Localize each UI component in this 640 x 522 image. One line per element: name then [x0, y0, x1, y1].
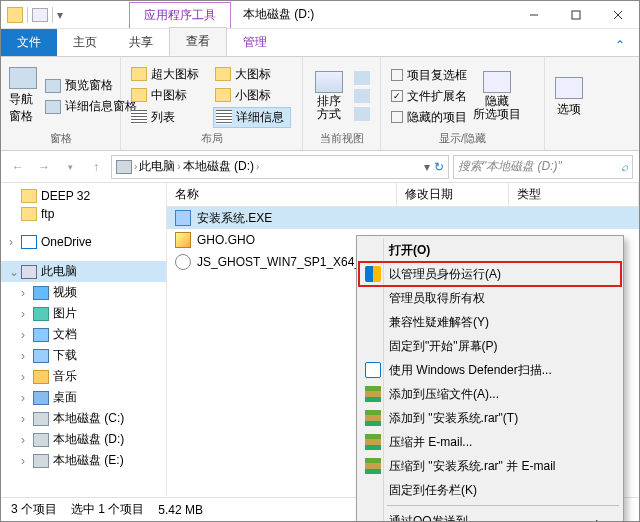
ctx-add-archive[interactable]: 添加到压缩文件(A)...: [359, 382, 621, 406]
qat-dropdown-icon[interactable]: ▾: [57, 8, 63, 22]
ctx-defender[interactable]: 使用 Windows Defender扫描...: [359, 358, 621, 382]
titlebar: ▾ 应用程序工具 本地磁盘 (D:): [1, 1, 639, 29]
close-button[interactable]: [597, 1, 639, 29]
folder-icon: [7, 7, 23, 23]
tree-videos[interactable]: ›视频: [1, 282, 166, 303]
ctx-qq-send[interactable]: 通过QQ发送到▸: [359, 509, 621, 522]
ctx-add-rar[interactable]: 添加到 "安装系统.rar"(T): [359, 406, 621, 430]
hide-selected-button[interactable]: 隐藏 所选项目: [475, 61, 519, 131]
rar-icon: [365, 410, 381, 426]
ctx-email[interactable]: 压缩并 E-mail...: [359, 430, 621, 454]
search-icon[interactable]: ⌕: [621, 160, 628, 174]
col-name[interactable]: 名称: [167, 183, 397, 206]
xl-icons-button[interactable]: 超大图标: [129, 65, 211, 84]
sort-button[interactable]: 排序方式: [311, 61, 346, 131]
up-button[interactable]: ↑: [85, 156, 107, 178]
recent-dropdown[interactable]: ▾: [59, 156, 81, 178]
collapse-ribbon-icon[interactable]: ⌃: [611, 34, 629, 56]
search-input[interactable]: 搜索"本地磁盘 (D:)" ⌕: [453, 155, 633, 179]
status-selected: 选中 1 个项目: [71, 501, 144, 518]
file-tab[interactable]: 文件: [1, 29, 57, 56]
dropdown-icon[interactable]: ▾: [424, 160, 430, 174]
panes-group: 导航窗格 预览窗格 详细信息窗格 窗格: [1, 57, 121, 150]
separator: [52, 7, 53, 23]
tree-music[interactable]: ›音乐: [1, 366, 166, 387]
options-button[interactable]: 选项: [553, 61, 585, 134]
size-columns-icon[interactable]: [352, 106, 372, 122]
nav-pane-button[interactable]: 导航窗格: [9, 61, 37, 131]
tree-downloads[interactable]: ›下载: [1, 345, 166, 366]
layout-group: 超大图标 大图标 中图标 小图标 列表 详细信息 布局: [121, 57, 303, 150]
view-tab[interactable]: 查看: [169, 27, 227, 56]
ctx-pin-taskbar[interactable]: 固定到任务栏(K): [359, 478, 621, 502]
forward-button[interactable]: →: [33, 156, 55, 178]
show-hide-label: 显示/隐藏: [389, 131, 536, 146]
ctx-troubleshoot[interactable]: 兼容性疑难解答(Y): [359, 310, 621, 334]
tree-ftp[interactable]: ftp: [1, 205, 166, 223]
tree-deep32[interactable]: DEEP 32: [1, 187, 166, 205]
chevron-right-icon[interactable]: ›: [177, 161, 180, 172]
manage-tab[interactable]: 管理: [227, 29, 283, 56]
nav-pane-label: 导航窗格: [9, 91, 37, 125]
tree-d-drive[interactable]: ›本地磁盘 (D:): [1, 429, 166, 450]
column-headers: 名称 修改日期 类型: [167, 183, 639, 207]
ribbon-tabs: 文件 主页 共享 查看 管理 ⌃: [1, 29, 639, 57]
refresh-icon[interactable]: ↻: [434, 160, 444, 174]
col-date[interactable]: 修改日期: [397, 183, 509, 206]
status-count: 3 个项目: [11, 501, 57, 518]
separator: [387, 505, 619, 506]
app-tools-tab[interactable]: 应用程序工具: [129, 2, 231, 28]
ctx-run-as-admin[interactable]: 以管理员身份运行(A): [359, 262, 621, 286]
breadcrumb-drive[interactable]: 本地磁盘 (D:): [183, 158, 254, 175]
context-menu: 打开(O) 以管理员身份运行(A) 管理员取得所有权 兼容性疑难解答(Y) 固定…: [356, 235, 624, 522]
tree-pictures[interactable]: ›图片: [1, 303, 166, 324]
separator: [27, 7, 28, 23]
breadcrumb-this-pc[interactable]: 此电脑: [139, 158, 175, 175]
current-view-label: 当前视图: [311, 131, 372, 146]
window-title: 本地磁盘 (D:): [243, 6, 314, 23]
chevron-right-icon: ▸: [596, 516, 601, 523]
status-size: 5.42 MB: [158, 503, 203, 517]
file-ext-toggle[interactable]: 文件扩展名: [389, 87, 469, 106]
tree-documents[interactable]: ›文档: [1, 324, 166, 345]
back-button[interactable]: ←: [7, 156, 29, 178]
tree-this-pc[interactable]: ⌄此电脑: [1, 261, 166, 282]
col-type[interactable]: 类型: [509, 183, 639, 206]
ctx-open[interactable]: 打开(O): [359, 238, 621, 262]
file-row[interactable]: 安装系统.EXE: [167, 207, 639, 229]
item-checkbox-toggle[interactable]: 项目复选框: [389, 66, 469, 85]
tree-e-drive[interactable]: ›本地磁盘 (E:): [1, 450, 166, 471]
ctx-admin-ownership[interactable]: 管理员取得所有权: [359, 286, 621, 310]
group-by-icon[interactable]: [352, 70, 372, 86]
tree-c-drive[interactable]: ›本地磁盘 (C:): [1, 408, 166, 429]
tree-onedrive[interactable]: ›OneDrive: [1, 233, 166, 251]
options-group: 选项: [545, 57, 593, 150]
rar-icon: [365, 434, 381, 450]
breadcrumb[interactable]: › 此电脑 › 本地磁盘 (D:) › ▾ ↻: [111, 155, 449, 179]
properties-icon[interactable]: [32, 8, 48, 22]
tree-desktop[interactable]: ›桌面: [1, 387, 166, 408]
quick-access-toolbar: ▾: [1, 7, 69, 23]
rar-icon: [365, 386, 381, 402]
details-button[interactable]: 详细信息: [213, 107, 291, 128]
m-icons-button[interactable]: 中图标: [129, 86, 211, 105]
iso-icon: [175, 254, 191, 270]
gho-icon: [175, 232, 191, 248]
home-tab[interactable]: 主页: [57, 29, 113, 56]
minimize-button[interactable]: [513, 1, 555, 29]
hidden-items-toggle[interactable]: 隐藏的项目: [389, 108, 469, 127]
ctx-pin-start[interactable]: 固定到"开始"屏幕(P): [359, 334, 621, 358]
chevron-right-icon[interactable]: ›: [256, 161, 259, 172]
share-tab[interactable]: 共享: [113, 29, 169, 56]
maximize-button[interactable]: [555, 1, 597, 29]
nav-tree[interactable]: DEEP 32 ftp ›OneDrive ⌄此电脑 ›视频 ›图片 ›文档 ›…: [1, 183, 167, 495]
s-icons-button[interactable]: 小图标: [213, 86, 291, 105]
rar-icon: [365, 458, 381, 474]
address-bar: ← → ▾ ↑ › 此电脑 › 本地磁盘 (D:) › ▾ ↻ 搜索"本地磁盘 …: [1, 151, 639, 183]
add-columns-icon[interactable]: [352, 88, 372, 104]
ctx-rar-email[interactable]: 压缩到 "安装系统.rar" 并 E-mail: [359, 454, 621, 478]
layout-group-label: 布局: [129, 131, 294, 146]
list-button[interactable]: 列表: [129, 107, 211, 128]
chevron-right-icon[interactable]: ›: [134, 161, 137, 172]
l-icons-button[interactable]: 大图标: [213, 65, 291, 84]
